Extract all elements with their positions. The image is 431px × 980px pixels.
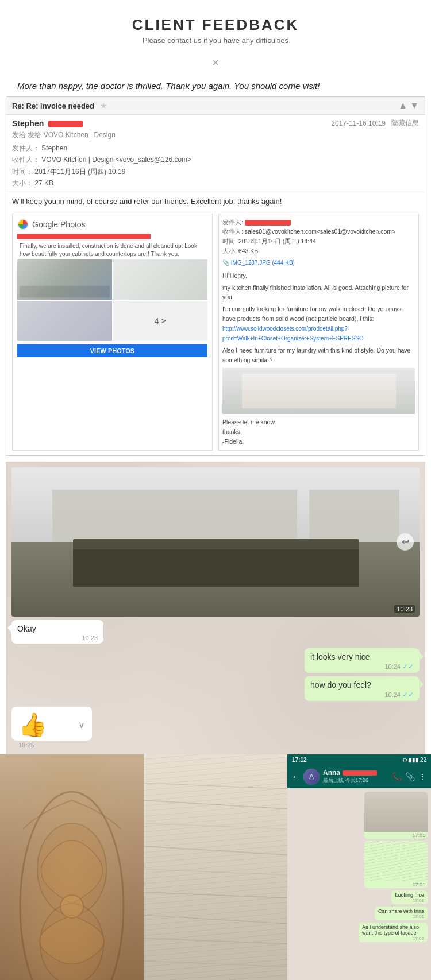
photo-printer [17,301,112,341]
se-size-label: 大小: [222,247,237,254]
wa-kitchen-image-bubble: 10:23 ↩ [11,467,420,617]
page-header: CLIENT FEEDBACK Please contact us if you… [0,0,431,51]
wa-bubble-time-2: 17:01 [364,881,428,888]
email-prev-icon[interactable]: ▲ [398,100,407,111]
facade-right-whatsapp: 17:12 ⚙ ▮▮▮ 22 ← A Anna 最后上线 [287,754,431,980]
wa-back-arrow-icon[interactable]: ← [292,772,300,781]
kitchen-image-placeholder [222,368,415,414]
wa-forward-icon[interactable]: ↩ [397,533,414,551]
wa-check-icon: ✓✓ [402,663,414,671]
wa-msg-feel-text: how do you feel? [310,680,371,690]
svg-line-7 [144,823,287,829]
svg-line-5 [144,783,287,789]
wa-small-msg-1-text: Looking nice [395,892,424,898]
wa-small-msg-3-text: As I understand she also want this type … [362,924,419,936]
se-body2: I'm currently looking for furniture for … [222,304,415,324]
wa-contact-name: Anna [323,769,340,777]
wa-bubble-img-2 [364,841,428,881]
sender-redacted-block [48,121,83,127]
se-to-label: 发件人: [222,219,243,226]
meta-from-label: 发件人： [12,144,40,152]
wa-thumbsup-emoji: 👍 [18,711,47,738]
google-photos-icon [17,219,29,230]
wa-status-icons: ⚙ ▮▮▮ 22 [402,757,426,763]
wa-phone-icon[interactable]: 📞 [392,772,402,781]
wa-emoji-msg: 👍 ∨ [11,707,92,741]
facade-carving-image [0,754,144,980]
photo-more-count: 4 > [155,316,166,326]
wa-expand-icon[interactable]: ∨ [78,719,85,730]
wa-msg-nice-time-val: 10:24 [384,663,401,670]
wa-msg-nice-text: it looks very nice [310,652,370,661]
meta-from-value: Stephen [41,144,67,152]
email-date: 2017-11-16 10:19 [331,119,386,127]
svg-line-9 [144,869,287,875]
meta-to-label: 收件人： [12,156,40,164]
wa-status-bar-2: 17:12 ⚙ ▮▮▮ 22 [287,754,431,765]
wa-menu-icon[interactable]: ⋮ [418,772,426,781]
view-photos-button[interactable]: VIEW PHOTOS [17,344,207,357]
divider-icon: × [0,56,431,69]
svg-line-12 [144,938,287,944]
se-cc-label: 收件人: [222,228,243,235]
wa-small-msg-1-timeval: 17:01 [395,898,424,903]
wa-header-2: ← A Anna 最后上线 今天17:06 📞 📎 ⋮ [287,765,431,788]
wa-msg-okay-time: 10:23 [17,634,98,641]
svg-line-8 [144,846,287,855]
email-nav-arrows[interactable]: ▲ ▼ [398,100,419,111]
email-attachments: Google Photos Finally, we are installed,… [6,210,425,455]
svg-line-10 [144,892,287,898]
wood-grain-svg [144,754,287,980]
wa-image-time: 10:23 [394,605,415,613]
wa-overlay-2: 17:12 ⚙ ▮▮▮ 22 ← A Anna 最后上线 [287,754,431,980]
wa-msg-nice-time: 10:24 ✓✓ [310,663,414,671]
email-body: W'll keep you in mind, of course and ref… [6,192,425,210]
quote-text: More than happy, the doctor is thrilled.… [0,75,431,96]
second-email-panel: 发件人: 收件人: sales01@vovokitchen.com<sales0… [218,214,419,451]
se-link[interactable]: http://www.solidwoodclosets.com/proddeta… [222,326,364,342]
meta-time-label: 时间： [12,168,33,176]
wa-small-msg-2-text: Can share with Inna [378,908,424,914]
google-photos-attachment: Google Photos Finally, we are installed,… [12,214,213,451]
wa-emoji-container: 👍 ∨ 10:25 [11,707,420,749]
facade-wood-image [144,754,287,980]
wa-attachment-icon[interactable]: 📎 [405,772,415,781]
wa-msg-feel-time: 10:24 ✓✓ [310,691,414,699]
se-time-value: 2018年1月16日 (周二) 14:44 [238,238,316,245]
wa-wifi-icon: ⚙ [402,757,407,763]
wa-contact-redact [343,770,377,776]
meta-to-value: VOVO Kitchen | Design <vovo_sales@126.co… [41,156,191,164]
se-body: Hi Henry, my kitchen finally finished in… [222,271,415,365]
email-card-1: Re: Re: invoice needed ★ ▲ ▼ Stephen 201… [6,96,425,456]
se-greeting: Hi Henry, [222,271,415,281]
photo-kitchen [17,259,112,300]
wa-status-time-2: 17:12 [292,757,307,763]
google-photos-header: Google Photos [17,219,207,230]
wa-battery-label: 22 [420,757,426,763]
svg-point-4 [60,895,83,918]
email-subject: Re: Re: invoice needed [12,102,94,110]
page-title: CLIENT FEEDBACK [11,16,420,34]
se-closing1: Please let me know. [222,417,415,427]
se-closing2: thanks, [222,427,415,437]
photo-white [113,259,208,300]
wa-small-msg-2: Can share with Inna 17:01 [375,907,428,920]
se-attachment[interactable]: IMG_1287.JPG (444 KB) [231,259,295,266]
whatsapp-section-1: 10:23 ↩ Okay 10:23 it looks very nice 10… [6,462,425,754]
wa-msg-feel: how do you feel? 10:24 ✓✓ [305,676,420,701]
email-meta: 发件人： Stephen 收件人： VOVO Kitchen | Design … [6,141,425,192]
wa-msg-okay-text: Okay [17,624,36,633]
meta-size-label: 大小： [12,179,33,187]
wa-emoji-time: 10:25 [18,742,420,749]
email-next-icon[interactable]: ▼ [410,100,419,111]
wa-img-bubble-1: 17:01 [364,792,428,839]
email-header-bar: Re: Re: invoice needed ★ ▲ ▼ [6,97,425,115]
photo-more[interactable]: 4 > [113,301,208,341]
wa-signal-icon: ▮▮▮ [409,757,419,763]
svg-line-13 [144,961,287,967]
meta-time-value: 2017年11月16日 (周四) 10:19 [34,168,125,176]
svg-line-11 [144,915,287,924]
wa-small-msg-3-timeval: 17:02 [362,936,424,941]
google-photos-label: Google Photos [32,220,86,229]
se-cc-value: sales01@vovokitchen.com<sales01@vovokitc… [245,228,395,235]
